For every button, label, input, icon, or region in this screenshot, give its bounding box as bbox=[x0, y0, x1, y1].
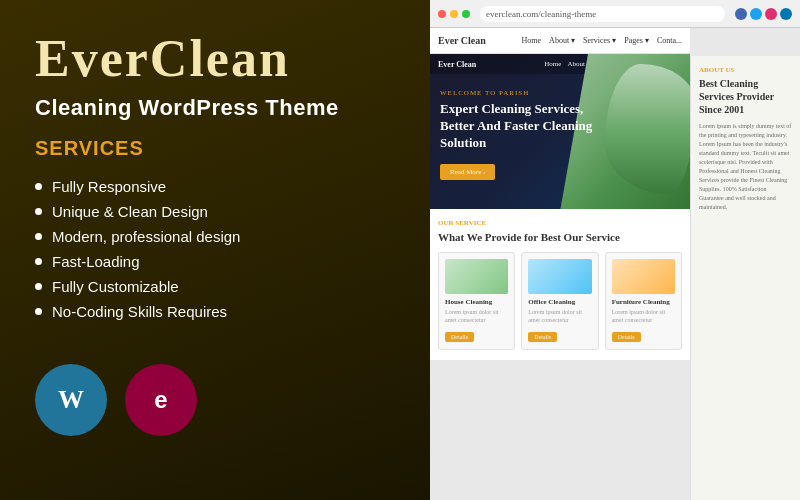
services-section: OUR SERVICE What We Provide for Best Our… bbox=[430, 209, 690, 360]
browser-url-bar: everclean.com/cleaning-theme bbox=[480, 6, 725, 22]
office-cleaning-btn[interactable]: Details bbox=[528, 332, 557, 342]
furniture-cleaning-image bbox=[612, 259, 675, 294]
li-icon bbox=[780, 8, 792, 20]
tw-icon bbox=[750, 8, 762, 20]
feature-item: No-Coding Skills Requires bbox=[35, 299, 395, 324]
site-preview-inner: Ever Clean Home About ▾ Services ▾ Pages… bbox=[430, 28, 690, 500]
service-card-furniture: Furniture Cleaning Lorem ipsum dolor sit… bbox=[605, 252, 682, 350]
services-label: SERVICES bbox=[35, 137, 395, 160]
nav-services: Services ▾ bbox=[583, 36, 616, 45]
house-cleaning-title: House Cleaning bbox=[445, 298, 508, 306]
feature-text: Fast-Loading bbox=[52, 253, 140, 270]
hero-cta-button[interactable]: Read More › bbox=[440, 164, 495, 180]
feature-text: Unique & Clean Design bbox=[52, 203, 208, 220]
svg-text:e: e bbox=[154, 386, 167, 413]
hero-content: WELCOME TO PARISH Expert Cleaning Servic… bbox=[430, 74, 690, 190]
house-cleaning-text: Lorem ipsum dolor sit amet consectetur bbox=[445, 309, 508, 325]
services-heading: What We Provide for Best Our Service bbox=[438, 230, 682, 244]
about-column: ABOUT US Best Cleaning Services Provider… bbox=[690, 56, 800, 500]
about-tag: ABOUT US bbox=[699, 66, 792, 74]
feature-item: Fully Customizable bbox=[35, 274, 395, 299]
browser-bar: everclean.com/cleaning-theme bbox=[430, 0, 800, 28]
about-text: Lorem ipsum is simply dummy text of the … bbox=[699, 122, 792, 212]
ig-icon bbox=[765, 8, 777, 20]
fb-icon bbox=[735, 8, 747, 20]
browser-close-dot bbox=[438, 10, 446, 18]
bullet-icon bbox=[35, 183, 42, 190]
wordpress-logo: W bbox=[35, 364, 107, 436]
features-list: Fully ResponsiveUnique & Clean DesignMod… bbox=[35, 174, 395, 324]
browser-max-dot bbox=[462, 10, 470, 18]
bullet-icon bbox=[35, 283, 42, 290]
site-nav: Ever Clean Home About ▾ Services ▾ Pages… bbox=[430, 28, 690, 54]
left-panel: EverClean Cleaning WordPress Theme SERVI… bbox=[0, 0, 430, 500]
office-cleaning-title: Office Cleaning bbox=[528, 298, 591, 306]
service-card-house: House Cleaning Lorem ipsum dolor sit ame… bbox=[438, 252, 515, 350]
bullet-icon bbox=[35, 308, 42, 315]
bullet-icon bbox=[35, 233, 42, 240]
bullet-icon bbox=[35, 258, 42, 265]
service-cards: House Cleaning Lorem ipsum dolor sit ame… bbox=[438, 252, 682, 350]
furniture-cleaning-btn[interactable]: Details bbox=[612, 332, 641, 342]
nav-home: Home bbox=[522, 36, 542, 45]
feature-text: Fully Customizable bbox=[52, 278, 179, 295]
feature-text: Modern, professional design bbox=[52, 228, 240, 245]
nav-about: About ▾ bbox=[549, 36, 575, 45]
service-card-office: Office Cleaning Lorem ipsum dolor sit am… bbox=[521, 252, 598, 350]
hero-nav-logo: Ever Clean bbox=[438, 60, 476, 69]
brand-title: EverClean bbox=[35, 30, 395, 87]
furniture-cleaning-text: Lorem ipsum dolor sit amet consectetur bbox=[612, 309, 675, 325]
nav-contact: Conta... bbox=[657, 36, 682, 45]
site-nav-items: Home About ▾ Services ▾ Pages ▾ Conta... bbox=[522, 36, 682, 45]
right-panel: everclean.com/cleaning-theme Ever Clean … bbox=[430, 0, 800, 500]
house-cleaning-image bbox=[445, 259, 508, 294]
furniture-cleaning-title: Furniture Cleaning bbox=[612, 298, 675, 306]
browser-social-icons bbox=[735, 8, 792, 20]
hero-welcome: WELCOME TO PARISH bbox=[440, 89, 680, 97]
feature-item: Unique & Clean Design bbox=[35, 199, 395, 224]
hero-heading: Expert Cleaning Services, Better And Fas… bbox=[440, 101, 600, 152]
feature-item: Fully Responsive bbox=[35, 174, 395, 199]
office-cleaning-image bbox=[528, 259, 591, 294]
brand-subtitle: Cleaning WordPress Theme bbox=[35, 95, 395, 121]
feature-item: Fast-Loading bbox=[35, 249, 395, 274]
elementor-logo: e bbox=[125, 364, 197, 436]
bullet-icon bbox=[35, 208, 42, 215]
browser-url-text: everclean.com/cleaning-theme bbox=[486, 9, 596, 19]
about-heading: Best Cleaning Services Provider Since 20… bbox=[699, 77, 792, 116]
feature-item: Modern, professional design bbox=[35, 224, 395, 249]
site-preview: Ever Clean Home About ▾ Services ▾ Pages… bbox=[430, 28, 800, 500]
hero-section: Ever Clean Home About ▾ Services ▾ Pages… bbox=[430, 54, 690, 209]
house-cleaning-btn[interactable]: Details bbox=[445, 332, 474, 342]
nav-pages: Pages ▾ bbox=[624, 36, 649, 45]
site-logo: Ever Clean bbox=[438, 35, 486, 46]
logos-row: W e bbox=[35, 364, 395, 436]
feature-text: Fully Responsive bbox=[52, 178, 166, 195]
feature-text: No-Coding Skills Requires bbox=[52, 303, 227, 320]
office-cleaning-text: Lorem ipsum dolor sit amet consectetur bbox=[528, 309, 591, 325]
svg-text:W: W bbox=[58, 385, 84, 414]
browser-min-dot bbox=[450, 10, 458, 18]
services-tag: OUR SERVICE bbox=[438, 219, 682, 227]
